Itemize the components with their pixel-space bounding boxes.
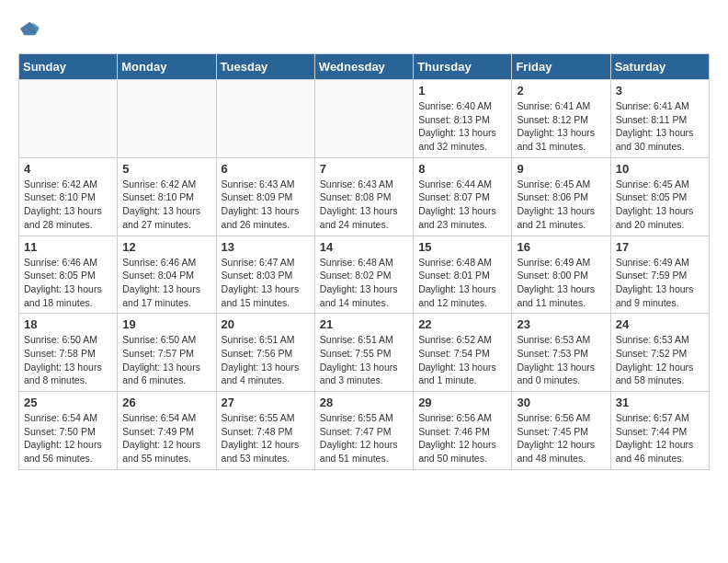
day-number: 25 <box>24 396 112 409</box>
day-number: 18 <box>24 317 112 331</box>
calendar-cell: 4Sunrise: 6:42 AM Sunset: 8:10 PM Daylig… <box>19 157 118 236</box>
calendar-week-row: 25Sunrise: 6:54 AM Sunset: 7:50 PM Dayli… <box>19 392 710 470</box>
day-number: 8 <box>418 162 506 176</box>
calendar-cell: 13Sunrise: 6:47 AM Sunset: 8:03 PM Dayli… <box>216 236 314 314</box>
day-info: Sunrise: 6:42 AM Sunset: 8:10 PM Dayligh… <box>122 178 210 232</box>
calendar-header-row: SundayMondayTuesdayWednesdayThursdayFrid… <box>19 54 710 80</box>
calendar-table: SundayMondayTuesdayWednesdayThursdayFrid… <box>18 53 710 470</box>
calendar-cell: 8Sunrise: 6:44 AM Sunset: 8:07 PM Daylig… <box>414 157 512 236</box>
day-info: Sunrise: 6:53 AM Sunset: 7:52 PM Dayligh… <box>616 333 704 387</box>
calendar-cell: 31Sunrise: 6:57 AM Sunset: 7:44 PM Dayli… <box>610 392 709 470</box>
day-number: 22 <box>418 317 506 331</box>
day-info: Sunrise: 6:52 AM Sunset: 7:54 PM Dayligh… <box>418 333 506 387</box>
calendar-cell: 26Sunrise: 6:54 AM Sunset: 7:49 PM Dayli… <box>118 392 216 470</box>
day-number: 20 <box>222 317 310 331</box>
day-number: 6 <box>222 162 310 176</box>
column-header-tuesday: Tuesday <box>216 54 314 80</box>
day-number: 30 <box>517 396 605 409</box>
day-number: 15 <box>418 240 506 254</box>
calendar-cell: 2Sunrise: 6:41 AM Sunset: 8:12 PM Daylig… <box>512 80 610 158</box>
day-info: Sunrise: 6:45 AM Sunset: 8:06 PM Dayligh… <box>517 178 605 232</box>
day-number: 2 <box>517 84 605 98</box>
day-info: Sunrise: 6:54 AM Sunset: 7:49 PM Dayligh… <box>122 411 210 465</box>
day-number: 16 <box>517 240 605 254</box>
day-info: Sunrise: 6:57 AM Sunset: 7:44 PM Dayligh… <box>616 411 704 465</box>
day-info: Sunrise: 6:55 AM Sunset: 7:47 PM Dayligh… <box>320 411 408 465</box>
calendar-week-row: 1Sunrise: 6:40 AM Sunset: 8:13 PM Daylig… <box>19 80 710 158</box>
day-info: Sunrise: 6:43 AM Sunset: 8:08 PM Dayligh… <box>320 178 408 232</box>
calendar-cell: 23Sunrise: 6:53 AM Sunset: 7:53 PM Dayli… <box>512 314 610 392</box>
calendar-cell: 28Sunrise: 6:55 AM Sunset: 7:47 PM Dayli… <box>314 392 413 470</box>
column-header-wednesday: Wednesday <box>314 54 413 80</box>
day-info: Sunrise: 6:44 AM Sunset: 8:07 PM Dayligh… <box>418 178 506 232</box>
day-info: Sunrise: 6:50 AM Sunset: 7:58 PM Dayligh… <box>24 333 112 387</box>
day-number: 11 <box>24 240 112 254</box>
calendar-cell: 29Sunrise: 6:56 AM Sunset: 7:46 PM Dayli… <box>414 392 512 470</box>
calendar-cell: 25Sunrise: 6:54 AM Sunset: 7:50 PM Dayli… <box>19 392 118 470</box>
day-number: 9 <box>517 162 605 176</box>
calendar-cell: 1Sunrise: 6:40 AM Sunset: 8:13 PM Daylig… <box>414 80 512 158</box>
day-number: 26 <box>122 396 210 409</box>
calendar-body: 1Sunrise: 6:40 AM Sunset: 8:13 PM Daylig… <box>19 80 710 470</box>
day-info: Sunrise: 6:49 AM Sunset: 8:00 PM Dayligh… <box>517 256 605 310</box>
day-info: Sunrise: 6:41 AM Sunset: 8:11 PM Dayligh… <box>616 99 704 154</box>
page-header <box>18 18 710 39</box>
day-info: Sunrise: 6:55 AM Sunset: 7:48 PM Dayligh… <box>222 411 310 465</box>
day-info: Sunrise: 6:43 AM Sunset: 8:09 PM Dayligh… <box>222 178 310 232</box>
column-header-saturday: Saturday <box>610 54 709 80</box>
day-info: Sunrise: 6:51 AM Sunset: 7:55 PM Dayligh… <box>320 333 408 387</box>
day-info: Sunrise: 6:45 AM Sunset: 8:05 PM Dayligh… <box>616 178 704 232</box>
day-number: 23 <box>517 317 605 331</box>
day-number: 27 <box>222 396 310 409</box>
calendar-cell: 30Sunrise: 6:56 AM Sunset: 7:45 PM Dayli… <box>512 392 610 470</box>
calendar-week-row: 4Sunrise: 6:42 AM Sunset: 8:10 PM Daylig… <box>19 157 710 236</box>
calendar-cell: 24Sunrise: 6:53 AM Sunset: 7:52 PM Dayli… <box>610 314 709 392</box>
day-info: Sunrise: 6:48 AM Sunset: 8:01 PM Dayligh… <box>418 256 506 310</box>
calendar-cell: 16Sunrise: 6:49 AM Sunset: 8:00 PM Dayli… <box>512 236 610 314</box>
day-info: Sunrise: 6:41 AM Sunset: 8:12 PM Dayligh… <box>517 99 605 154</box>
calendar-week-row: 18Sunrise: 6:50 AM Sunset: 7:58 PM Dayli… <box>19 314 710 392</box>
logo-icon <box>20 18 40 39</box>
calendar-cell: 7Sunrise: 6:43 AM Sunset: 8:08 PM Daylig… <box>314 157 413 236</box>
day-info: Sunrise: 6:53 AM Sunset: 7:53 PM Dayligh… <box>517 333 605 387</box>
day-number: 14 <box>320 240 408 254</box>
calendar-cell: 27Sunrise: 6:55 AM Sunset: 7:48 PM Dayli… <box>216 392 314 470</box>
day-number: 10 <box>616 162 704 176</box>
calendar-cell: 20Sunrise: 6:51 AM Sunset: 7:56 PM Dayli… <box>216 314 314 392</box>
column-header-monday: Monday <box>118 54 216 80</box>
calendar-cell: 14Sunrise: 6:48 AM Sunset: 8:02 PM Dayli… <box>314 236 413 314</box>
day-info: Sunrise: 6:56 AM Sunset: 7:45 PM Dayligh… <box>517 411 605 465</box>
day-info: Sunrise: 6:40 AM Sunset: 8:13 PM Dayligh… <box>418 99 506 154</box>
calendar-cell <box>314 80 413 158</box>
calendar-cell: 12Sunrise: 6:46 AM Sunset: 8:04 PM Dayli… <box>118 236 216 314</box>
calendar-cell: 18Sunrise: 6:50 AM Sunset: 7:58 PM Dayli… <box>19 314 118 392</box>
calendar-cell: 10Sunrise: 6:45 AM Sunset: 8:05 PM Dayli… <box>610 157 709 236</box>
calendar-cell: 3Sunrise: 6:41 AM Sunset: 8:11 PM Daylig… <box>610 80 709 158</box>
calendar-cell: 17Sunrise: 6:49 AM Sunset: 7:59 PM Dayli… <box>610 236 709 314</box>
day-number: 17 <box>616 240 704 254</box>
calendar-cell: 19Sunrise: 6:50 AM Sunset: 7:57 PM Dayli… <box>118 314 216 392</box>
calendar-cell: 15Sunrise: 6:48 AM Sunset: 8:01 PM Dayli… <box>414 236 512 314</box>
column-header-friday: Friday <box>512 54 610 80</box>
day-info: Sunrise: 6:48 AM Sunset: 8:02 PM Dayligh… <box>320 256 408 310</box>
day-number: 1 <box>418 84 506 98</box>
day-number: 19 <box>122 317 210 331</box>
day-number: 21 <box>320 317 408 331</box>
day-info: Sunrise: 6:50 AM Sunset: 7:57 PM Dayligh… <box>122 333 210 387</box>
day-number: 3 <box>616 84 704 98</box>
calendar-cell <box>216 80 314 158</box>
column-header-thursday: Thursday <box>414 54 512 80</box>
logo <box>18 18 42 39</box>
day-info: Sunrise: 6:42 AM Sunset: 8:10 PM Dayligh… <box>24 178 112 232</box>
calendar-cell: 9Sunrise: 6:45 AM Sunset: 8:06 PM Daylig… <box>512 157 610 236</box>
day-number: 28 <box>320 396 408 409</box>
day-info: Sunrise: 6:49 AM Sunset: 7:59 PM Dayligh… <box>616 256 704 310</box>
column-header-sunday: Sunday <box>19 54 118 80</box>
day-number: 12 <box>122 240 210 254</box>
calendar-cell: 6Sunrise: 6:43 AM Sunset: 8:09 PM Daylig… <box>216 157 314 236</box>
day-info: Sunrise: 6:47 AM Sunset: 8:03 PM Dayligh… <box>222 256 310 310</box>
day-number: 5 <box>122 162 210 176</box>
day-number: 29 <box>418 396 506 409</box>
calendar-cell <box>118 80 216 158</box>
day-info: Sunrise: 6:56 AM Sunset: 7:46 PM Dayligh… <box>418 411 506 465</box>
